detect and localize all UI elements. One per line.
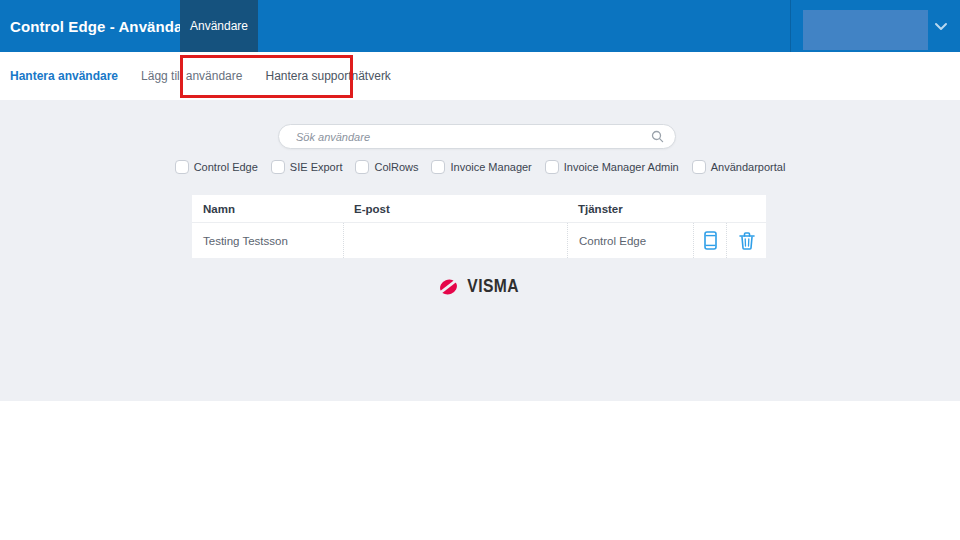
filter-invoice-manager-admin: Invoice Manager Admin (545, 160, 679, 174)
mobile-button[interactable] (694, 223, 726, 258)
search-bar (278, 124, 676, 149)
search-input[interactable] (278, 124, 676, 149)
nav-item-hantera-supportnatverk[interactable]: Hantera supportnätverk (265, 69, 390, 83)
trash-icon (739, 232, 755, 250)
checkbox-colrows[interactable] (355, 160, 369, 174)
filter-control-edge: Control Edge (175, 160, 258, 174)
checkbox-invoice-manager[interactable] (431, 160, 445, 174)
service-filters: Control Edge SIE Export ColRows Invoice … (0, 160, 960, 174)
cell-mobile-action (693, 223, 726, 258)
filter-label: Control Edge (194, 161, 258, 173)
column-header-epost: E-post (343, 195, 567, 222)
mobile-icon (704, 231, 717, 250)
secondary-nav: Hantera användare Lägg till användare Ha… (0, 52, 960, 100)
filter-label: Användarportal (711, 161, 786, 173)
column-header-namn: Namn (192, 195, 343, 222)
table-header-row: Namn E-post Tjänster (192, 195, 766, 223)
filter-label: SIE Export (290, 161, 343, 173)
cell-delete-action (726, 223, 766, 258)
app-header: Control Edge - Användarportal Användare (0, 0, 960, 52)
cell-epost (343, 223, 567, 258)
nav-item-hantera-anvandare[interactable]: Hantera användare (10, 69, 118, 83)
filter-invoice-manager: Invoice Manager (431, 160, 531, 174)
tab-anvandare-label: Användare (190, 19, 248, 33)
checkbox-anvandarportal[interactable] (692, 160, 706, 174)
filter-label: Invoice Manager (450, 161, 531, 173)
tab-anvandare[interactable]: Användare (180, 0, 258, 52)
column-header-actions-1 (693, 195, 726, 222)
cell-namn: Testing Testsson (192, 223, 343, 258)
filter-label: Invoice Manager Admin (564, 161, 679, 173)
filter-colrows: ColRows (355, 160, 418, 174)
delete-button[interactable] (727, 223, 766, 258)
visma-logo-text: VISMA (468, 276, 520, 298)
table-row: Testing Testsson Control Edge (192, 223, 766, 258)
cell-tjanster: Control Edge (567, 223, 693, 258)
nav-item-lagg-till-anvandare[interactable]: Lägg till användare (141, 69, 242, 83)
chevron-down-icon[interactable] (934, 22, 948, 32)
checkbox-sie-export[interactable] (271, 160, 285, 174)
user-menu[interactable] (791, 0, 960, 52)
filter-sie-export: SIE Export (271, 160, 343, 174)
app-window: Control Edge - Användarportal Användare … (0, 0, 960, 540)
search-icon[interactable] (651, 130, 664, 143)
column-header-tjanster: Tjänster (567, 195, 693, 222)
checkbox-control-edge[interactable] (175, 160, 189, 174)
main-content: Control Edge SIE Export ColRows Invoice … (0, 100, 960, 401)
visma-logo: VISMA (0, 276, 960, 297)
column-header-actions-2 (726, 195, 766, 222)
checkbox-invoice-manager-admin[interactable] (545, 160, 559, 174)
filter-label: ColRows (374, 161, 418, 173)
user-name-redacted (803, 10, 928, 50)
users-table: Namn E-post Tjänster Testing Testsson Co… (192, 195, 766, 258)
visma-logo-mark (438, 276, 459, 297)
filter-anvandarportal: Användarportal (692, 160, 786, 174)
